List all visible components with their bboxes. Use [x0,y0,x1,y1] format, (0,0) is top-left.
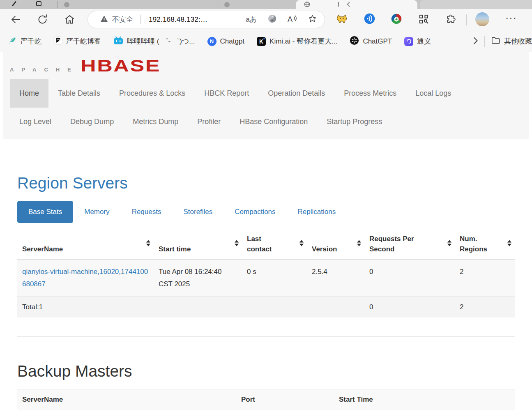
home-button[interactable] [64,14,76,25]
bookmark-bilibili[interactable]: 哔哩哔哩 ( ゜- ゜)つ... [113,36,195,47]
favorite-star-icon[interactable] [308,14,317,25]
cell-requests-per-second: 0 [364,259,455,297]
security-label[interactable]: 不安全 [112,15,133,24]
calligraphy-seal-icon [54,36,62,47]
other-favorites-folder[interactable]: 其他收藏 [491,37,532,46]
globe-favicon-icon [304,1,310,9]
bookmarks-overflow-chevron-icon[interactable] [473,37,478,46]
read-aloud-icon[interactable]: A [288,15,297,24]
primary-nav: Home Table Details Procedures & Locks HB… [10,79,529,108]
bookmark-yanqianyi[interactable]: 严千屹 [8,36,41,47]
tab-title-fragment [338,2,339,7]
toolbar-divider [466,14,467,25]
nav-startup-progress[interactable]: Startup Progress [317,108,392,136]
nav-log-level[interactable]: Log Level [10,108,61,136]
idm-extension-icon[interactable] [391,14,402,26]
n-circle-icon: N [207,37,216,46]
nav-home[interactable]: Home [10,79,48,108]
col-servername[interactable]: ServerName [17,227,154,259]
tab-favicon [224,2,230,7]
total-row: Total:1 0 2 [17,297,515,317]
nav-hbck-report[interactable]: HBCK Report [195,79,258,108]
cell-last-contact: 0 s [242,259,307,297]
nav-operation-details[interactable]: Operation Details [258,79,334,108]
pinwheel-icon[interactable] [267,14,277,25]
audio-wave-extension-icon[interactable] [364,13,375,26]
tab-memory[interactable]: Memory [73,201,120,223]
nav-local-logs[interactable]: Local Logs [406,79,461,108]
sort-icon[interactable] [357,240,361,246]
bookmark-yanqianyi-blog[interactable]: 严千屹博客 [54,36,101,47]
bookmark-chatgpt[interactable]: ChatGPT [350,36,392,47]
bookmark-tongyi[interactable]: 通义 [404,37,431,46]
tab-base-stats[interactable]: Base Stats [17,201,73,223]
tab-compactions[interactable]: Compactions [223,201,286,223]
extensions-puzzle-icon[interactable] [446,14,456,26]
browser-toolbar: 不安全 192.168.48.132:… aあ A [0,9,532,31]
sort-icon[interactable] [146,240,150,246]
hbase-page: APACHE HBASE Home Table Details Procedur… [0,52,532,410]
table-header-row: ServerName Start time Last contact [17,227,515,259]
feather-icon [8,36,17,47]
nav-debug-dump[interactable]: Debug Dump [61,108,123,136]
nav-process-metrics[interactable]: Process Metrics [334,79,406,108]
backup-masters-header-row: ServerName Port Start Time [17,389,515,410]
col-requests-per-second[interactable]: Requests Per Second [364,227,455,259]
nav-metrics-dump[interactable]: Metrics Dump [123,108,188,136]
main-content: Region Servers Base Stats Memory Request… [0,173,532,410]
translate-icon[interactable]: aあ [246,15,257,24]
total-label: Total:1 [17,297,154,317]
sort-icon[interactable] [447,240,451,246]
tampermonkey-extension-icon[interactable] [336,13,348,26]
tab-close-icon[interactable] [347,2,352,7]
not-secure-warning-icon [100,15,108,24]
logo-apache-text: APACHE [10,67,79,72]
cell-num-regions: 2 [455,259,515,297]
secondary-nav: Log Level Debug Dump Metrics Dump Profil… [10,108,529,136]
region-servers-table: ServerName Start time Last contact [17,227,515,317]
cell-start-time: Tue Apr 08 16:24:40 CST 2025 [154,259,242,297]
more-menu-button[interactable]: ··· [505,12,517,24]
url-text[interactable]: 192.168.48.132:… [149,16,207,24]
pinned-tab-icon [12,1,16,7]
region-server-link[interactable]: qianyios-virtual-machine,16020,174410068… [22,268,148,288]
back-button[interactable] [10,14,21,25]
tab-storefiles[interactable]: Storefiles [172,201,223,223]
folder-icon [491,37,500,46]
col-num-regions[interactable]: Num. Regions [455,227,515,259]
col-bm-port: Port [236,389,334,410]
reload-button[interactable] [37,14,48,25]
bookmark-chatgpt-mirror[interactable]: N Chatgpt [207,37,245,46]
tab-replications[interactable]: Replications [287,201,347,223]
active-tab[interactable] [296,0,417,9]
openai-icon [350,36,359,47]
col-start-time[interactable]: Start time [154,227,242,259]
total-num-regions: 2 [455,297,515,317]
tab-requests[interactable]: Requests [121,201,173,223]
sort-icon[interactable] [507,240,511,246]
address-bar[interactable]: 不安全 192.168.48.132:… aあ A [88,11,325,28]
hbase-logo[interactable]: APACHE HBASE [10,57,529,74]
nav-profiler[interactable]: Profiler [188,108,230,136]
address-divider [140,15,141,24]
col-version[interactable]: Version [307,227,364,259]
background-tab[interactable] [420,0,532,9]
region-servers-tabs: Base Stats Memory Requests Storefiles Co… [17,201,515,223]
nav-hbase-configuration[interactable]: HBase Configuration [230,108,317,136]
kimi-icon: K [257,37,266,46]
nav-table-details[interactable]: Table Details [48,79,110,108]
profile-avatar[interactable] [475,12,489,26]
col-last-contact[interactable]: Last contact [242,227,307,259]
qr-code-icon[interactable] [419,14,428,25]
sort-icon[interactable] [299,240,304,246]
logo-hbase-text: HBASE [81,58,161,74]
cell-servername: qianyios-virtual-machine,16020,174410068… [17,259,154,297]
backup-masters-table: ServerName Port Start Time [17,389,515,410]
bookmark-kimi[interactable]: K Kimi.ai - 帮你看更大... [257,37,337,46]
nav-procedures-locks[interactable]: Procedures & Locks [110,79,195,108]
tab-favicon [64,2,69,7]
backup-masters-title: Backup Masters [17,361,515,381]
total-requests-per-second: 0 [364,297,455,317]
sort-icon[interactable] [235,240,239,246]
browser-window: 不安全 192.168.48.132:… aあ A [0,0,532,414]
